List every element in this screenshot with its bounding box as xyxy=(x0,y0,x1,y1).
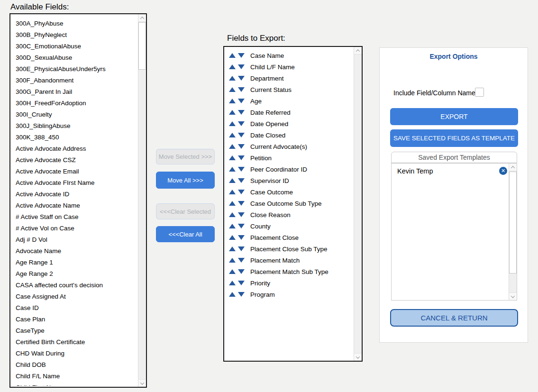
move-down-icon[interactable] xyxy=(238,201,245,206)
move-down-icon[interactable] xyxy=(238,212,245,217)
export-field-row[interactable]: Current Status xyxy=(225,84,353,95)
available-field-item[interactable]: 300K_388_450 xyxy=(11,132,137,143)
move-up-icon[interactable] xyxy=(229,167,236,172)
delete-template-icon[interactable]: ✕ xyxy=(499,167,507,175)
available-field-item[interactable]: Active Advocate Address xyxy=(11,143,137,155)
available-field-item[interactable]: 300F_Abandonment xyxy=(11,75,137,86)
move-selected-button[interactable]: Move Selected >>> xyxy=(156,149,215,164)
available-field-item[interactable]: Active Advocate FIrst Name xyxy=(11,177,137,189)
move-down-icon[interactable] xyxy=(238,110,245,115)
export-field-row[interactable]: Date Referred xyxy=(225,107,353,118)
available-field-item[interactable]: Child F/L Name xyxy=(11,371,137,382)
move-up-icon[interactable] xyxy=(229,144,236,149)
move-down-icon[interactable] xyxy=(238,281,245,285)
scroll-down-icon[interactable] xyxy=(354,353,362,361)
move-down-icon[interactable] xyxy=(238,53,245,58)
move-up-icon[interactable] xyxy=(229,235,236,240)
move-up-icon[interactable] xyxy=(229,121,236,126)
available-field-item[interactable]: 300J_SiblingAbuse xyxy=(11,120,137,132)
export-field-row[interactable]: Age xyxy=(225,95,353,107)
save-template-button[interactable]: SAVE SELECTED FIELDS AS TEMPLATE xyxy=(390,129,518,147)
move-down-icon[interactable] xyxy=(238,178,245,183)
move-up-icon[interactable] xyxy=(229,53,236,58)
available-field-item[interactable]: 300D_SexualAbuse xyxy=(11,52,137,64)
template-row[interactable]: Kevin Temp ✕ xyxy=(392,164,509,175)
move-up-icon[interactable] xyxy=(229,269,236,274)
move-down-icon[interactable] xyxy=(238,155,245,160)
move-down-icon[interactable] xyxy=(238,246,245,251)
move-down-icon[interactable] xyxy=(238,167,245,172)
export-field-row[interactable]: Supervisor ID xyxy=(225,175,353,186)
export-field-row[interactable]: Program xyxy=(225,289,353,300)
move-up-icon[interactable] xyxy=(229,190,236,194)
scrollbar-thumb[interactable] xyxy=(509,172,517,273)
available-field-item[interactable]: 300B_PhyNeglect xyxy=(11,29,137,41)
saved-templates-scrollbar[interactable] xyxy=(509,164,517,300)
available-field-item[interactable]: 300I_Cruelty xyxy=(11,109,137,120)
export-field-row[interactable]: Priority xyxy=(225,277,353,289)
available-field-item[interactable]: Case ID xyxy=(11,302,137,314)
move-down-icon[interactable] xyxy=(238,64,245,69)
export-field-row[interactable]: Date Closed xyxy=(225,129,353,141)
move-up-icon[interactable] xyxy=(229,258,236,263)
move-down-icon[interactable] xyxy=(238,76,245,81)
export-field-row[interactable]: Placement Match xyxy=(225,255,353,266)
available-field-item[interactable]: Active Advocate CSZ xyxy=(11,155,137,166)
available-field-item[interactable]: CHD Wait During xyxy=(11,348,137,359)
available-field-item[interactable]: Child DOB xyxy=(11,359,137,371)
scroll-up-icon[interactable] xyxy=(509,164,517,171)
export-field-row[interactable]: Case Outcome Sub Type xyxy=(225,198,353,209)
scroll-down-icon[interactable] xyxy=(138,379,146,387)
export-field-row[interactable]: Department xyxy=(225,73,353,84)
available-field-item[interactable]: 300A_PhyAbuse xyxy=(11,18,137,29)
export-field-row[interactable]: Placement Close xyxy=(225,232,353,243)
available-field-item[interactable]: Certified Birth Certificate xyxy=(11,337,137,348)
move-up-icon[interactable] xyxy=(229,76,236,81)
scroll-up-icon[interactable] xyxy=(138,14,146,22)
available-field-item[interactable]: Active Advocate Email xyxy=(11,166,137,177)
export-field-row[interactable]: Case Outcome xyxy=(225,186,353,198)
available-fields-scrollbar[interactable] xyxy=(138,14,146,387)
move-up-icon[interactable] xyxy=(229,64,236,69)
available-field-item[interactable]: Case Assigned At xyxy=(11,291,137,302)
move-down-icon[interactable] xyxy=(238,292,245,297)
move-up-icon[interactable] xyxy=(229,212,236,217)
move-up-icon[interactable] xyxy=(229,133,236,137)
move-up-icon[interactable] xyxy=(229,224,236,228)
available-field-item[interactable]: 300G_Parent In Jail xyxy=(11,86,137,98)
export-field-row[interactable]: Child L/F Name xyxy=(225,61,353,73)
clear-selected-button[interactable]: <<<Clear Selected xyxy=(156,203,215,219)
move-down-icon[interactable] xyxy=(238,190,245,194)
move-up-icon[interactable] xyxy=(229,178,236,183)
move-down-icon[interactable] xyxy=(238,235,245,240)
cancel-return-button[interactable]: CANCEL & RETURN xyxy=(390,309,518,327)
available-field-item[interactable]: # Active Staff on Case xyxy=(11,211,137,223)
available-field-item[interactable]: # Active Vol on Case xyxy=(11,223,137,234)
available-field-item[interactable]: 300H_FreedForAdoption xyxy=(11,98,137,109)
export-button[interactable]: EXPORT xyxy=(390,108,518,125)
scroll-up-icon[interactable] xyxy=(354,47,362,55)
scrollbar-thumb[interactable] xyxy=(138,22,146,70)
move-up-icon[interactable] xyxy=(229,201,236,206)
scroll-down-icon[interactable] xyxy=(509,292,517,300)
move-up-icon[interactable] xyxy=(229,281,236,285)
move-down-icon[interactable] xyxy=(238,121,245,126)
export-field-row[interactable]: Date Opened xyxy=(225,118,353,129)
export-field-row[interactable]: Current Advocate(s) xyxy=(225,141,353,152)
move-down-icon[interactable] xyxy=(238,99,245,103)
move-up-icon[interactable] xyxy=(229,99,236,103)
export-field-row[interactable]: Peer Coordinator ID xyxy=(225,164,353,175)
move-up-icon[interactable] xyxy=(229,292,236,297)
available-field-item[interactable]: Age Range 1 xyxy=(11,257,137,268)
template-name[interactable]: Kevin Temp xyxy=(397,167,433,175)
move-up-icon[interactable] xyxy=(229,155,236,160)
available-field-item[interactable]: Advocate Name xyxy=(11,246,137,257)
export-field-row[interactable]: Placement Close Sub Type xyxy=(225,243,353,255)
include-names-checkbox[interactable] xyxy=(475,88,484,97)
move-up-icon[interactable] xyxy=(229,246,236,251)
available-field-item[interactable]: Adj # D Vol xyxy=(11,234,137,246)
clear-all-button[interactable]: <<<Clear All xyxy=(156,226,215,242)
export-field-row[interactable]: Case Name xyxy=(225,50,353,61)
available-field-item[interactable]: Case Plan xyxy=(11,314,137,325)
available-field-item[interactable]: 300C_EmotionalAbuse xyxy=(11,41,137,52)
